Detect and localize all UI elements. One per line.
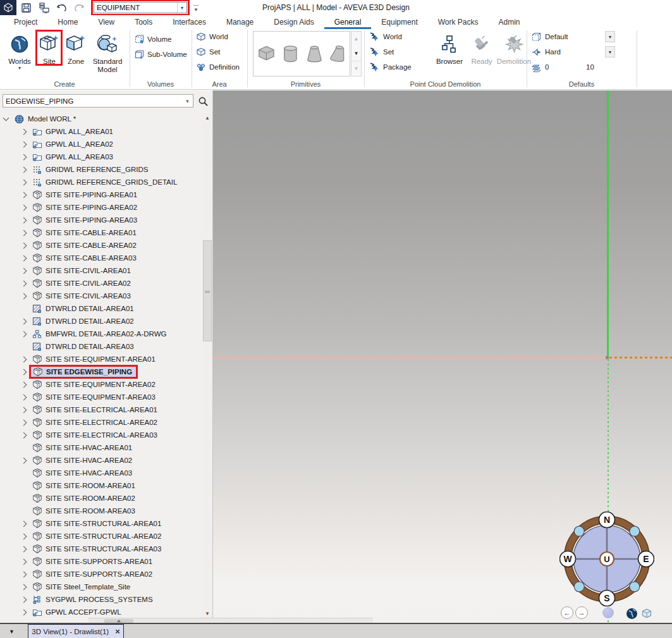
tree-item[interactable]: SITE SITE-PIPING-AREA03 — [0, 214, 202, 226]
compass-nw-handle[interactable] — [574, 526, 584, 536]
level-to-value[interactable]: 10 — [586, 63, 594, 71]
customize-toolbar-icon[interactable]: —▾ — [192, 3, 200, 12]
expander-icon[interactable] — [21, 407, 27, 413]
search-combobox[interactable]: EDGEWISE_PIPING ▾ — [3, 94, 193, 107]
worlds-button[interactable]: Worlds ▾ — [5, 32, 34, 71]
tree-item[interactable]: SITE SITE-EQUIPMENT-AREA03 — [0, 391, 202, 403]
undo-button[interactable] — [53, 1, 70, 15]
tree-item[interactable]: SITE SITE-EQUIPMENT-AREA01 — [0, 353, 202, 365]
tree-item[interactable]: GRIDWL REFERENCE_GRIDS — [0, 163, 202, 176]
tree-item[interactable]: SITE Steel_Template_Site — [0, 580, 202, 593]
sub-volume-button[interactable]: Sub-Volume — [134, 48, 187, 61]
tab-home[interactable]: Home — [47, 15, 88, 29]
tree-item[interactable]: SITE SITE-CABLE-AREA02 — [0, 239, 202, 252]
tree-item[interactable]: DTWRLD DETAIL-AREA01 — [0, 302, 202, 315]
cube-view-button[interactable] — [640, 606, 654, 620]
tree-item[interactable]: SITE SITE-SUPPORTS-AREA01 — [0, 555, 202, 568]
expander-icon[interactable] — [21, 419, 27, 426]
standard-model-button[interactable]: Standard Model — [90, 32, 125, 74]
tab-design-aids[interactable]: Design Aids — [264, 15, 324, 29]
tree-item[interactable]: GPWL ALL_AREA01 — [0, 125, 202, 138]
view-tab-3d[interactable]: 3D View(1) - Drawlist(1) × — [28, 624, 124, 638]
expander-icon[interactable] — [21, 520, 27, 527]
tree-item[interactable]: SITE EDGEWISE_PIPING — [0, 365, 202, 378]
viewport-3d[interactable]: N E S W U ← → — [213, 90, 672, 623]
pcd-ready-button[interactable]: Ready — [468, 32, 496, 66]
origin-sphere-handle[interactable] — [602, 607, 614, 618]
tab-view[interactable]: View — [88, 15, 125, 29]
redo-button[interactable] — [71, 1, 87, 15]
tree-item[interactable]: SITE SITE-CABLE-AREA01 — [0, 226, 202, 239]
area-world-button[interactable]: World — [196, 30, 228, 43]
tab-manage[interactable]: Manage — [216, 15, 264, 29]
expander-icon[interactable] — [21, 356, 27, 362]
tab-equipment[interactable]: Equipment — [371, 15, 427, 29]
tree-item[interactable]: SITE SITE-STRUCTURAL-AREA01 — [0, 517, 202, 530]
tree-item[interactable]: SITE SITE-CIVIL-AREA01 — [0, 264, 202, 277]
expander-icon[interactable] — [21, 381, 27, 388]
tree-item[interactable]: SITE SITE-ROOM-AREA02 — [0, 492, 202, 505]
expander-icon[interactable] — [21, 533, 27, 539]
view-back-button[interactable]: ← — [561, 606, 573, 619]
tree-item[interactable]: GPWL ACCEPT-GPWL — [0, 606, 202, 618]
pcd-browser-button[interactable]: Browser — [433, 32, 466, 66]
tree-scrollbar[interactable]: ▲ ▼ — [202, 113, 212, 618]
tab-tools[interactable]: Tools — [125, 15, 162, 29]
search-button[interactable] — [195, 94, 211, 108]
tree-item[interactable]: SITE SITE-STRUCTURAL-AREA02 — [0, 530, 202, 543]
tree-item[interactable]: SITE SITE-PIPING-AREA02 — [0, 201, 202, 214]
expander-icon[interactable] — [21, 457, 27, 463]
expander-icon[interactable] — [21, 369, 27, 375]
volume-button[interactable]: Volume — [134, 33, 171, 46]
area-set-button[interactable]: Set — [196, 46, 220, 58]
scroll-up-icon[interactable]: ▲ — [202, 113, 212, 123]
tree-item[interactable]: SITE SITE-CIVIL-AREA02 — [0, 277, 202, 290]
expander-icon[interactable] — [21, 154, 27, 160]
pcd-package-button[interactable]: Package — [369, 61, 412, 73]
expander-icon[interactable] — [21, 242, 27, 248]
tree-item[interactable]: GRIDWL REFERENCE_GRIDS_DETAIL — [0, 176, 202, 188]
gallery-down-icon[interactable]: ▼ — [351, 46, 361, 61]
pcd-world-button[interactable]: World — [369, 30, 402, 43]
expander-icon[interactable] — [21, 394, 27, 400]
primitive-snout-icon[interactable] — [327, 42, 350, 66]
app-icon[interactable] — [0, 0, 16, 15]
tree-item[interactable]: SYGPWL PROCESS_SYSTEMS — [0, 593, 202, 606]
area-definition-button[interactable]: Definition — [196, 61, 240, 73]
tree-item[interactable]: SITE SITE-EQUIPMENT-AREA02 — [0, 378, 202, 391]
expander-icon[interactable] — [21, 432, 27, 438]
expander-icon[interactable] — [21, 230, 27, 236]
tab-project[interactable]: Project — [4, 15, 47, 29]
tree-item[interactable]: SITE SITE-PIPING-AREA01 — [0, 188, 202, 201]
navigation-compass[interactable]: N E S W U — [559, 512, 654, 606]
getwork-button[interactable] — [35, 1, 52, 15]
tree-item[interactable]: SITE SITE-SUPPORTS-AREA02 — [0, 568, 202, 580]
chevron-down-icon[interactable]: ▾ — [177, 3, 186, 13]
tab-work-packs[interactable]: Work Packs — [428, 15, 489, 29]
tree-item[interactable]: SITE SITE-ELECTRICAL-AREA01 — [0, 403, 202, 416]
scroll-thumb[interactable] — [203, 240, 212, 341]
tree-item[interactable]: DTWRLD DETAIL-AREA02 — [0, 315, 202, 328]
discipline-combobox[interactable]: EQUIPMENT ▾ — [94, 2, 187, 13]
tree-item[interactable]: SITE SITE-ROOM-AREA01 — [0, 479, 202, 492]
expander-icon[interactable] — [21, 558, 27, 565]
panel-horizontal-scrollbar[interactable] — [89, 618, 373, 623]
tree-item[interactable]: GPWL ALL_AREA03 — [0, 150, 202, 163]
close-icon[interactable]: × — [115, 627, 120, 636]
site-button[interactable]: Site — [37, 32, 62, 66]
pcd-set-button[interactable]: Set — [369, 46, 394, 58]
expander-icon[interactable] — [21, 204, 27, 211]
tab-interfaces[interactable]: Interfaces — [162, 15, 216, 29]
expander-icon[interactable] — [21, 293, 27, 299]
compass-ne-handle[interactable] — [630, 526, 640, 536]
gallery-up-icon[interactable]: ▲ — [351, 32, 361, 46]
tree-item[interactable]: SITE SITE-ROOM-AREA03 — [0, 505, 202, 517]
tree-item[interactable]: Model WORL * — [0, 113, 202, 125]
zone-button[interactable]: Zone — [63, 32, 89, 66]
expander-icon[interactable] — [21, 192, 27, 198]
expander-icon[interactable] — [21, 571, 27, 577]
connection-dropdown[interactable]: ▾ — [605, 46, 615, 58]
primitive-box-icon[interactable] — [255, 42, 278, 66]
expander-icon[interactable] — [21, 318, 27, 324]
tree-item[interactable]: SITE SITE-ELECTRICAL-AREA02 — [0, 416, 202, 429]
